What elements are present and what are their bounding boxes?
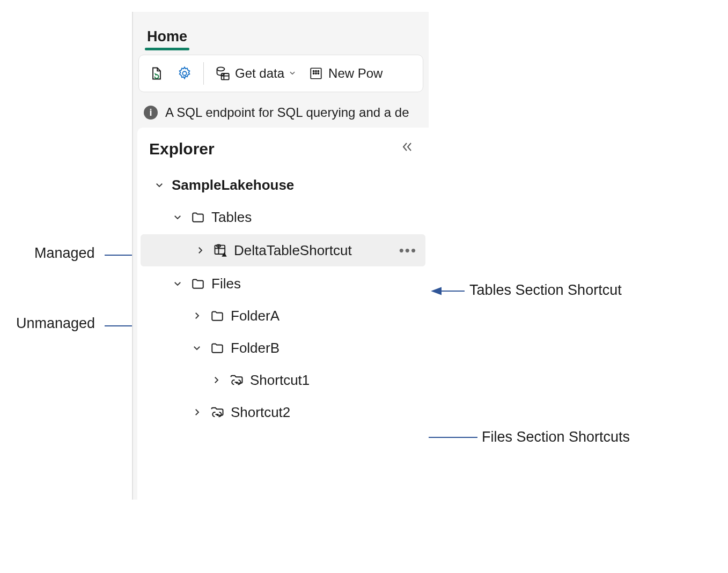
explorer-tree: SampleLakehouse Tables <box>137 169 429 428</box>
shortcut1-label: Shortcut1 <box>250 372 310 389</box>
get-data-button[interactable]: Get data <box>211 63 299 84</box>
arrow-tables-shortcut <box>432 286 465 296</box>
tables-label: Tables <box>211 209 252 226</box>
collapse-explorer-button[interactable] <box>398 138 417 159</box>
folder-b-label: FolderB <box>231 340 280 356</box>
chevron-down-icon <box>171 279 185 288</box>
grid-icon <box>308 65 324 81</box>
chevron-down-icon <box>289 68 296 79</box>
svg-point-15 <box>315 71 317 72</box>
delta-shortcut-label: DeltaTableShortcut <box>234 242 352 259</box>
info-icon: i <box>144 106 158 120</box>
new-powerbi-button[interactable]: New Pow <box>305 63 386 84</box>
tree-node-delta-shortcut[interactable]: DeltaTableShortcut ••• <box>141 234 425 266</box>
svg-point-19 <box>318 73 319 74</box>
lakehouse-panel: Home <box>132 12 429 500</box>
chevron-down-icon <box>171 212 185 222</box>
tree-node-folder-a[interactable]: FolderA <box>137 300 429 332</box>
info-bar: i A SQL endpoint for SQL querying and a … <box>133 99 429 128</box>
refresh-button[interactable] <box>145 63 168 84</box>
annotation-files-shortcuts-label: Files Section Shortcuts <box>482 429 630 445</box>
folder-shortcut-icon <box>209 404 225 420</box>
settings-button[interactable] <box>173 63 196 84</box>
info-text: A SQL endpoint for SQL querying and a de <box>165 105 409 120</box>
folder-icon <box>190 209 206 225</box>
svg-point-18 <box>315 73 317 74</box>
folder-icon <box>209 308 225 324</box>
chevron-right-icon <box>209 375 223 385</box>
folder-shortcut-icon <box>229 372 245 388</box>
files-label: Files <box>211 276 241 292</box>
chevron-down-icon <box>190 343 204 353</box>
svg-point-8 <box>182 71 186 75</box>
toolbar: Get data <box>138 55 423 92</box>
table-shortcut-icon <box>212 242 229 258</box>
tree-node-files[interactable]: Files <box>137 267 429 300</box>
svg-point-9 <box>217 67 225 71</box>
folder-icon <box>209 340 225 356</box>
tab-home[interactable]: Home <box>145 28 189 50</box>
database-table-icon <box>215 65 231 81</box>
tree-node-folder-b[interactable]: FolderB <box>137 332 429 364</box>
explorer-title: Explorer <box>149 140 398 158</box>
chevron-right-icon <box>190 407 204 417</box>
chevron-right-icon <box>190 311 204 321</box>
svg-point-16 <box>318 71 319 72</box>
folder-icon <box>190 276 206 292</box>
tree-root[interactable]: SampleLakehouse <box>137 169 429 201</box>
root-label: SampleLakehouse <box>172 177 294 194</box>
annotation-managed-label: Managed <box>34 245 95 262</box>
shortcut2-label: Shortcut2 <box>231 404 290 421</box>
new-powerbi-label: New Pow <box>328 66 383 81</box>
tree-node-tables[interactable]: Tables <box>137 201 429 233</box>
tree-node-shortcut1[interactable]: Shortcut1 <box>137 364 429 396</box>
tab-strip: Home <box>133 12 429 50</box>
tree-node-shortcut2[interactable]: Shortcut2 <box>137 396 429 428</box>
svg-rect-10 <box>222 73 229 80</box>
annotation-unmanaged-label: Unmanaged <box>16 315 95 332</box>
svg-point-14 <box>313 71 314 72</box>
svg-marker-5 <box>432 288 441 294</box>
toolbar-divider <box>203 62 204 85</box>
refresh-icon <box>149 65 165 81</box>
more-actions-button[interactable]: ••• <box>395 241 421 260</box>
chevron-down-icon <box>152 180 166 190</box>
gear-icon <box>177 65 193 81</box>
explorer-panel: Explorer SampleLakehouse <box>137 128 429 500</box>
svg-point-17 <box>313 73 314 74</box>
get-data-label: Get data <box>235 66 284 81</box>
annotation-tables-shortcut-label: Tables Section Shortcut <box>469 282 622 299</box>
chevron-right-icon <box>193 245 207 255</box>
folder-a-label: FolderA <box>231 308 280 324</box>
